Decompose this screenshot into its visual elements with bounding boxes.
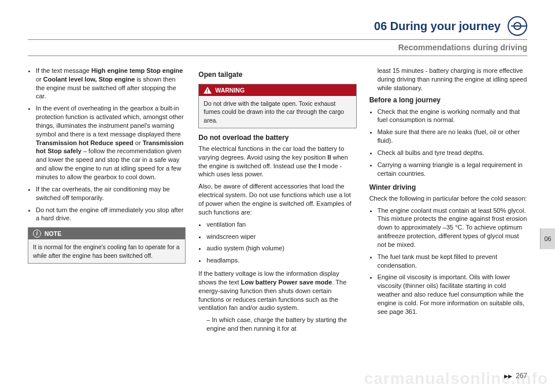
steering-wheel-icon — [508, 16, 527, 36]
list-item: In the event of overheating in the gearb… — [36, 104, 186, 182]
body-text: The electrical functions in the car load… — [198, 145, 356, 179]
page-header: 06 During your journey — [28, 16, 527, 36]
warning-body: Do not drive with the tailgate open. Tox… — [199, 96, 356, 128]
column-2: Open tailgate WARNING Do not drive with … — [198, 66, 356, 338]
heading-before-journey: Before a long journey — [369, 95, 527, 105]
list-item: Engine oil viscosity is important. Oils … — [378, 273, 527, 316]
body-text: Check the following in particular before… — [369, 194, 527, 203]
column-1: If the text message High engine temp Sto… — [28, 66, 186, 338]
list-item: If the car overheats, the air conditioni… — [36, 185, 186, 202]
list-item: windscreen wiper — [206, 232, 356, 241]
manual-page: 06 During your journey Recommendations d… — [0, 0, 555, 392]
list-item: Carrying a warning triangle is a legal r… — [378, 161, 527, 178]
overheat-list: If the text message High engine temp Sto… — [28, 66, 186, 223]
warning-callout: WARNING Do not drive with the tailgate o… — [198, 84, 356, 128]
note-body: It is normal for the engine's cooling fa… — [28, 239, 185, 262]
list-item: Make sure that there are no leaks (fuel,… — [378, 128, 527, 145]
list-item: audio system (high volume) — [206, 244, 356, 253]
list-item: Check that the engine is working normall… — [378, 108, 527, 125]
body-text: least 15 minutes - battery charging is m… — [378, 66, 527, 93]
warning-triangle-icon — [204, 87, 212, 94]
note-label: NOTE — [45, 230, 61, 238]
list-item: In which case, charge the battery by sta… — [206, 316, 356, 333]
list-item: Check all bulbs and tyre tread depths. — [378, 149, 527, 157]
content-columns: If the text message High engine temp Sto… — [28, 66, 527, 338]
info-icon: i — [33, 230, 41, 238]
heading-battery: Do not overload the battery — [198, 133, 356, 142]
watermark: carmanualsonline.info — [364, 368, 548, 390]
chapter-title: 06 During your journey — [374, 19, 501, 34]
section-title: Recommendations during driving — [28, 39, 527, 56]
note-header: i NOTE — [28, 228, 185, 239]
list-item: Do not turn the engine off immediately y… — [36, 206, 186, 223]
note-callout: i NOTE It is normal for the engine's coo… — [28, 227, 186, 264]
column-3: least 15 minutes - battery charging is m… — [369, 66, 527, 338]
body-text: Also, be aware of different accessories … — [198, 182, 356, 216]
chapter-tab: 06 — [540, 228, 555, 249]
heading-winter-driving: Winter driving — [369, 183, 527, 192]
winter-list: The engine coolant must contain at least… — [369, 206, 527, 316]
battery-load-list: ventilation fan windscreen wiper audio s… — [198, 220, 356, 265]
list-item: headlamps. — [206, 256, 356, 265]
list-item: The engine coolant must contain at least… — [378, 206, 527, 249]
warning-label: WARNING — [215, 86, 245, 94]
heading-open-tailgate: Open tailgate — [198, 70, 356, 79]
battery-sublist: In which case, charge the battery by sta… — [198, 316, 356, 333]
list-item: ventilation fan — [206, 220, 356, 229]
body-text: If the battery voltage is low the inform… — [198, 269, 356, 312]
before-journey-list: Check that the engine is working normall… — [369, 108, 527, 178]
list-item: The fuel tank must be kept filled to pre… — [378, 253, 527, 270]
warning-header: WARNING — [199, 84, 356, 96]
list-item: If the text message High engine temp Sto… — [36, 66, 186, 101]
